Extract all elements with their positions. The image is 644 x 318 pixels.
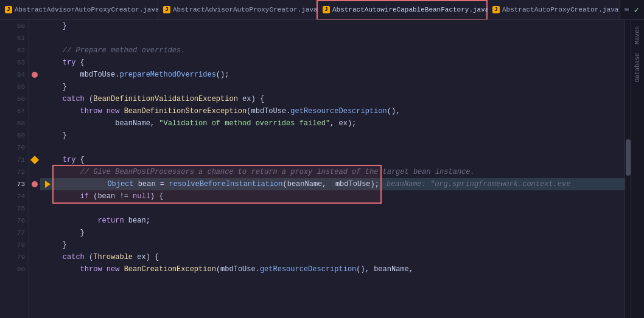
scroll-thumb[interactable] bbox=[626, 139, 631, 176]
code-line-60: } bbox=[40, 20, 625, 32]
line-66: 66 bbox=[0, 93, 25, 105]
code-editor[interactable]: } // Prepare method overrides. try { mbd… bbox=[40, 20, 625, 318]
line-63: 63 bbox=[0, 57, 25, 69]
code-line-67: throw new BeanDefinitionStoreException(m… bbox=[40, 105, 625, 117]
bp-74 bbox=[29, 190, 40, 202]
debug-arrow-icon bbox=[45, 181, 51, 188]
editor-container: 60 61 62 63 64 65 66 67 68 69 70 71 72 7… bbox=[0, 20, 644, 318]
line-78: 78 bbox=[0, 239, 25, 251]
line-70: 70 bbox=[0, 142, 25, 154]
line-80: 80 bbox=[0, 263, 25, 275]
breakpoint-71 bbox=[30, 156, 39, 164]
bp-80 bbox=[29, 263, 40, 275]
java-icon-2: J bbox=[163, 6, 170, 13]
tab-label-4: AbstractAutoProxyCreator.java bbox=[502, 6, 618, 13]
line-60: 60 bbox=[0, 20, 25, 32]
maven-panel-tab[interactable]: Maven bbox=[633, 22, 642, 48]
bp-73 bbox=[29, 178, 40, 190]
bp-76 bbox=[29, 215, 40, 227]
line-72: 72 bbox=[0, 166, 25, 178]
code-line-70 bbox=[40, 142, 625, 154]
code-line-61 bbox=[40, 32, 625, 44]
code-line-64: mbdToUse.prepareMethodOverrides(); bbox=[40, 69, 625, 81]
bp-64 bbox=[29, 69, 40, 81]
bp-65 bbox=[29, 81, 40, 93]
line-73: 73 bbox=[0, 178, 25, 190]
line-76: 76 bbox=[0, 215, 25, 227]
tab-advisor-2[interactable]: J AbstractAdvisorAutoProxyCreator.java × bbox=[158, 0, 317, 20]
bp-61 bbox=[29, 32, 40, 44]
bp-77 bbox=[29, 227, 40, 239]
tab-label-3: AbstractAutowireCapableBeanFactory.java bbox=[332, 6, 489, 13]
tab-abstract-autowire[interactable]: J AbstractAutowireCapableBeanFactory.jav… bbox=[317, 0, 488, 20]
bp-62 bbox=[29, 44, 40, 57]
database-panel-tab[interactable]: Database bbox=[633, 49, 642, 86]
bp-71 bbox=[29, 154, 40, 166]
code-line-66: catch (BeanDefinitionValidationException… bbox=[40, 93, 625, 105]
code-line-71: try { bbox=[40, 154, 625, 166]
code-line-74: if (bean != null) { bbox=[40, 190, 625, 202]
java-icon-3: J bbox=[323, 6, 330, 13]
code-line-79: catch (Throwable ex) { bbox=[40, 251, 625, 263]
bp-63 bbox=[29, 57, 40, 69]
java-icon-1: J bbox=[5, 6, 12, 13]
tab-overflow[interactable]: ≡ bbox=[620, 6, 634, 13]
code-line-63: try { bbox=[40, 57, 625, 69]
bp-66 bbox=[29, 93, 40, 105]
line-67: 67 bbox=[0, 105, 25, 117]
line-number-gutter: 60 61 62 63 64 65 66 67 68 69 70 71 72 7… bbox=[0, 20, 29, 318]
bp-60 bbox=[29, 20, 40, 32]
code-line-68: beanName, "Validation of method override… bbox=[40, 117, 625, 130]
checkmark-icon: ✓ bbox=[634, 5, 644, 15]
code-line-75 bbox=[40, 202, 625, 215]
bp-79 bbox=[29, 251, 40, 263]
tab-advisor-1[interactable]: J AbstractAdvisorAutoProxyCreator.java × bbox=[0, 0, 158, 20]
code-line-73: Object bean = resolveBeforeInstantiation… bbox=[40, 178, 625, 190]
line-75: 75 bbox=[0, 202, 25, 215]
code-lines: } // Prepare method overrides. try { mbd… bbox=[40, 20, 625, 275]
line-69: 69 bbox=[0, 130, 25, 142]
code-line-62: // Prepare method overrides. bbox=[40, 44, 625, 57]
line-79: 79 bbox=[0, 251, 25, 263]
line-77: 77 bbox=[0, 227, 25, 239]
code-line-69: } bbox=[40, 130, 625, 142]
code-line-76: return bean; bbox=[40, 215, 625, 227]
java-icon-4: J bbox=[492, 6, 500, 13]
line-68: 68 bbox=[0, 117, 25, 130]
breakpoint-column bbox=[29, 20, 40, 318]
bp-68 bbox=[29, 117, 40, 130]
bp-69 bbox=[29, 130, 40, 142]
bp-67 bbox=[29, 105, 40, 117]
breakpoint-73 bbox=[32, 181, 38, 187]
code-line-65: } bbox=[40, 81, 625, 93]
bp-72 bbox=[29, 166, 40, 178]
tab-bar: J AbstractAdvisorAutoProxyCreator.java ×… bbox=[0, 0, 644, 20]
breakpoint-64 bbox=[32, 72, 38, 78]
line-61: 61 bbox=[0, 32, 25, 44]
tab-label-2: AbstractAdvisorAutoProxyCreator.java bbox=[173, 6, 318, 13]
code-line-77: } bbox=[40, 227, 625, 239]
bp-70 bbox=[29, 142, 40, 154]
line-64: 64 bbox=[0, 69, 25, 81]
tab-label-1: AbstractAdvisorAutoProxyCreator.java bbox=[15, 6, 159, 13]
bp-75 bbox=[29, 202, 40, 215]
line-74: 74 bbox=[0, 190, 25, 202]
line-62: 62 bbox=[0, 44, 25, 57]
bp-78 bbox=[29, 239, 40, 251]
right-panel: Maven Database bbox=[631, 20, 644, 318]
code-line-80: throw new BeanCreationException(mbdToUse… bbox=[40, 263, 625, 275]
line-65: 65 bbox=[0, 81, 25, 93]
debug-overlay-text: beanName: "org.springframework.context.e… bbox=[387, 178, 570, 190]
code-line-78: } bbox=[40, 239, 625, 251]
vertical-scrollbar[interactable] bbox=[625, 20, 631, 318]
line-71: 71 bbox=[0, 154, 25, 166]
tab-autoproxy[interactable]: J AbstractAutoProxyCreator.java × bbox=[488, 0, 620, 20]
